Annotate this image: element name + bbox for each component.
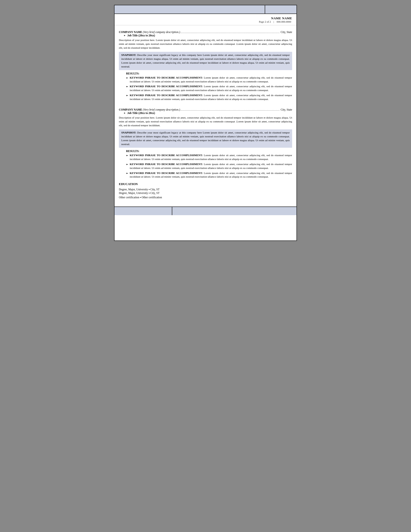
header-bar-right <box>265 5 296 13</box>
main-content: COMPANY NAME (Very brief company descrip… <box>115 25 296 202</box>
result-text-1-1: KEYWORD PHRASE TO DESCRIBE ACCOMPLISHMEN… <box>130 76 292 84</box>
result-item-1-3: ► KEYWORD PHRASE TO DESCRIBE ACCOMPLISHM… <box>126 94 292 101</box>
job-title-row-1: ► Job Title (20xx to 20xx) <box>124 34 292 37</box>
result-text-2-1: KEYWORD PHRASE TO DESCRIBE ACCOMPLISHMEN… <box>130 153 292 161</box>
result-text-2-2: KEYWORD PHRASE TO DESCRIBE ACCOMPLISHMEN… <box>130 162 292 170</box>
cert-line: Other certification ▪ Other certificatio… <box>119 196 292 199</box>
header-bar <box>115 5 296 14</box>
result-kw-2-1: KEYWORD PHRASE TO DESCRIBE ACCOMPLISHMEN… <box>130 154 203 157</box>
company-name-desc-2: COMPANY NAME (Very brief company descrip… <box>119 108 180 111</box>
result-kw-1-2: KEYWORD PHRASE TO DESCRIBE ACCOMPLISHMEN… <box>130 85 203 88</box>
company-name-1: COMPANY NAME <box>119 31 142 33</box>
snapshot-box-1: SNAPSHOT: Describe your most significant… <box>119 52 292 70</box>
company-name-2: COMPANY NAME <box>119 108 142 111</box>
desc-para-2: Description of your position here. Lorem… <box>119 116 292 127</box>
result-text-2-3: KEYWORD PHRASE TO DESCRIBE ACCOMPLISHMEN… <box>130 171 292 179</box>
snapshot-text-1: Describe your most significant legacy at… <box>121 54 290 68</box>
education-section: EDUCATION Degree, Major, University ▪ Ci… <box>119 182 292 199</box>
result-bullet-1-2: ► <box>126 85 128 88</box>
edu-degree-2: Degree, Major, University ▪ City, ST <box>119 191 292 194</box>
result-item-1-1: ► KEYWORD PHRASE TO DESCRIBE ACCOMPLISHM… <box>126 76 292 84</box>
phone: 000.000.0000 <box>277 20 292 23</box>
company-line-1: COMPANY NAME (Very brief company descrip… <box>119 31 292 33</box>
page-info: Page 2 of 2 <box>259 20 271 23</box>
resume-page: NAME NAME Page 2 of 2 | 000.000.0000 COM… <box>114 5 297 241</box>
job-title-row-2: ► Job Title (20xx to 20xx) <box>124 112 292 114</box>
company-dots-2 <box>181 110 280 111</box>
company-dots-1 <box>181 33 280 33</box>
result-kw-2-2: KEYWORD PHRASE TO DESCRIBE ACCOMPLISHMEN… <box>130 163 203 166</box>
job-title-2: Job Title (20xx to 20xx) <box>127 112 155 114</box>
separator: | <box>274 20 274 23</box>
company-name-desc-1: COMPANY NAME (Very brief company descrip… <box>119 31 180 33</box>
results-label-1: RESULTS: <box>126 72 292 75</box>
resume-name: NAME NAME <box>119 16 292 20</box>
result-text-1-2: KEYWORD PHRASE TO DESCRIBE ACCOMPLISHMEN… <box>130 85 292 92</box>
snapshot-label-1: SNAPSHOT: <box>121 54 136 56</box>
education-title: EDUCATION <box>119 182 292 186</box>
result-bullet-2-3: ► <box>126 172 128 175</box>
company-entry-1: COMPANY NAME (Very brief company descrip… <box>119 31 292 101</box>
result-bullet-1-3: ► <box>126 94 128 97</box>
result-item-2-2: ► KEYWORD PHRASE TO DESCRIBE ACCOMPLISHM… <box>126 162 292 170</box>
result-item-1-2: ► KEYWORD PHRASE TO DESCRIBE ACCOMPLISHM… <box>126 85 292 92</box>
desc-para-1: Description of your position here. Lorem… <box>119 38 292 50</box>
company-location-2: City, State <box>281 108 292 111</box>
result-bullet-2-1: ► <box>126 154 128 157</box>
job-title-1: Job Title (20xx to 20xx) <box>127 34 155 37</box>
result-text-1-3: KEYWORD PHRASE TO DESCRIBE ACCOMPLISHMEN… <box>130 94 292 101</box>
footer-bar <box>115 207 296 215</box>
bullet-arrow-2: ► <box>124 112 126 114</box>
bullet-arrow-1: ► <box>124 34 126 37</box>
company-location-1: City, State <box>281 31 292 33</box>
result-kw-1-3: KEYWORD PHRASE TO DESCRIBE ACCOMPLISHMEN… <box>130 94 203 97</box>
footer-bar-right <box>172 207 296 215</box>
name-section: NAME NAME Page 2 of 2 | 000.000.0000 <box>115 14 296 25</box>
result-kw-1-1: KEYWORD PHRASE TO DESCRIBE ACCOMPLISHMEN… <box>130 76 203 79</box>
snapshot-text-2: Describe your most significant legacy at… <box>121 131 290 145</box>
company-line-2: COMPANY NAME (Very brief company descrip… <box>119 108 292 111</box>
result-item-2-3: ► KEYWORD PHRASE TO DESCRIBE ACCOMPLISHM… <box>126 171 292 179</box>
results-label-2: RESULTS: <box>126 150 292 152</box>
company-entry-2: COMPANY NAME (Very brief company descrip… <box>119 108 292 179</box>
result-kw-2-3: KEYWORD PHRASE TO DESCRIBE ACCOMPLISHMEN… <box>130 171 203 174</box>
page-contact-line: Page 2 of 2 | 000.000.0000 <box>119 20 292 23</box>
header-bar-left <box>115 5 265 13</box>
company-desc-1: (Very brief company description.) <box>142 31 180 33</box>
result-item-2-1: ► KEYWORD PHRASE TO DESCRIBE ACCOMPLISHM… <box>126 153 292 161</box>
result-bullet-2-2: ► <box>126 163 128 166</box>
snapshot-label-2: SNAPSHOT: <box>121 131 136 134</box>
footer-bar-left <box>115 207 172 215</box>
result-bullet-1-1: ► <box>126 76 128 79</box>
snapshot-box-2: SNAPSHOT: Describe your most significant… <box>119 129 292 148</box>
company-desc-2: (Very brief company description.) <box>142 108 180 111</box>
edu-degree-1: Degree, Major, University ▪ City, ST <box>119 188 292 191</box>
